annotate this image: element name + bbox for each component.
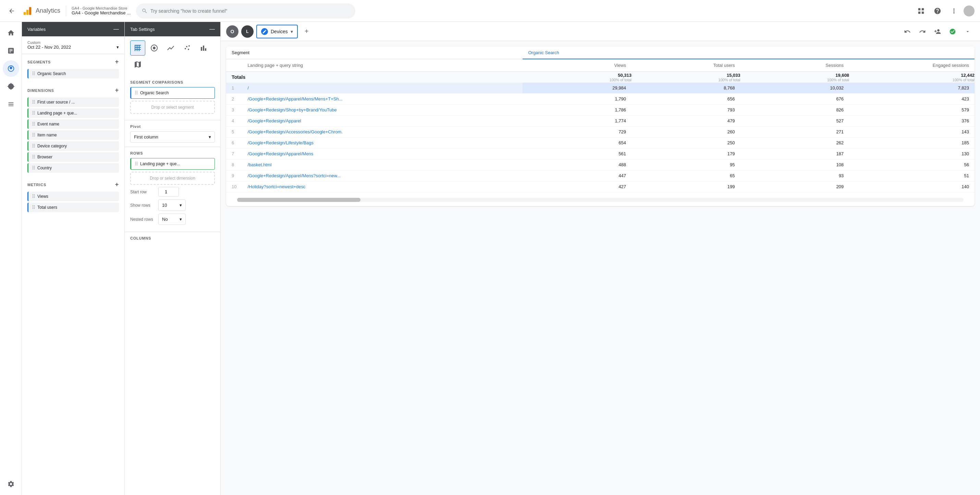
tab-action-buttons [900, 25, 975, 38]
dimension-label: Device category [37, 144, 67, 148]
viz-table[interactable] [130, 40, 145, 56]
nested-rows-dropdown[interactable]: No ▾ [158, 213, 186, 225]
row-metric-value: 561 [523, 148, 632, 159]
dimensions-add-button[interactable]: + [115, 87, 119, 94]
variables-title: Variables [27, 27, 46, 32]
chip-drag-dots: ⠿ [32, 121, 35, 127]
tab-add-button[interactable]: + [301, 25, 313, 38]
tab-l-button[interactable]: L [241, 25, 254, 38]
tab-o-button[interactable]: O [226, 25, 239, 38]
row-dimension-value[interactable]: / [242, 83, 523, 94]
user-avatar[interactable] [964, 5, 975, 16]
metric-total-users[interactable]: ⠿ Total users [27, 202, 119, 212]
svg-rect-2 [29, 7, 31, 14]
nav-settings[interactable] [3, 476, 19, 492]
property-name: GA4 - Google Merchandise ... [72, 10, 130, 16]
row-number: 4 [226, 116, 242, 126]
row-dimension-value[interactable]: /Holiday?sortci=newest+desc [242, 181, 523, 192]
viz-scatter[interactable] [180, 40, 195, 56]
row-dimension-value[interactable]: /Google+Redesign/Apparel/Mens [242, 148, 523, 159]
row-dimension-value[interactable]: /Google+Redesign/Lifestyle/Bags [242, 137, 523, 148]
nav-reports[interactable] [3, 43, 19, 59]
redo-button[interactable] [916, 25, 929, 38]
viz-bar[interactable] [196, 40, 211, 56]
pivot-value: First column [134, 134, 158, 140]
tab-settings-header: Tab Settings — [125, 22, 220, 37]
back-button[interactable] [5, 5, 18, 17]
variables-minimize[interactable]: — [113, 26, 119, 32]
row-dimension-value[interactable]: /Google+Redesign/Apparel/Mens/Mens+T+Sh.… [242, 94, 523, 105]
add-user-button[interactable] [931, 25, 944, 38]
tab-devices[interactable]: Devices ▾ [256, 25, 298, 38]
row-metric-value: 56 [849, 159, 975, 170]
table-row: 1/29,9848,76810,0327,823 [226, 83, 975, 94]
svg-rect-0 [24, 12, 26, 15]
row-metric-value: 51 [849, 170, 975, 181]
nav-advertising[interactable] [3, 78, 19, 95]
undo-button[interactable] [900, 25, 914, 38]
check-button[interactable] [946, 25, 959, 38]
row-metric-value: 262 [740, 137, 850, 148]
date-chevron: ▾ [116, 45, 119, 50]
segment-comparison-chip[interactable]: ⠿ Organic Search [130, 87, 215, 99]
row-metric-value: 423 [849, 94, 975, 105]
sessions-header[interactable]: Sessions [740, 59, 850, 72]
dimension-item-name[interactable]: ⠿ Item name [27, 130, 119, 140]
row-metric-value: 143 [849, 126, 975, 137]
engaged-sessions-header[interactable]: Engaged sessions [849, 59, 975, 72]
date-picker[interactable]: Oct 22 - Nov 20, 2022 ▾ [27, 45, 119, 50]
segments-add-button[interactable]: + [115, 58, 119, 65]
dimension-first-user-source[interactable]: ⠿ First user source / ... [27, 97, 119, 107]
start-row-input[interactable] [158, 187, 179, 197]
grid-button[interactable] [914, 4, 928, 18]
dimension-header: Landing page + query string [242, 59, 523, 72]
show-rows-dropdown[interactable]: 10 ▾ [158, 199, 186, 211]
views-header[interactable]: Views [523, 59, 632, 72]
more-options-button[interactable] [961, 25, 975, 38]
viz-donut[interactable] [146, 40, 162, 56]
segment-chip-organic-search[interactable]: ⠿ Organic Search [27, 69, 119, 78]
metrics-add-button[interactable]: + [115, 181, 119, 188]
dimension-landing-page[interactable]: ⠿ Landing page + que... [27, 108, 119, 118]
row-metric-value: 250 [632, 137, 740, 148]
dimension-device-category[interactable]: ⠿ Device category [27, 141, 119, 151]
nested-rows-field: Nested rows No ▾ [130, 213, 215, 225]
dimension-browser[interactable]: ⠿ Browser [27, 152, 119, 162]
scrollbar-thumb[interactable] [237, 198, 361, 202]
help-button[interactable] [931, 4, 944, 18]
row-dimension-value[interactable]: /Google+Redesign/Apparel [242, 116, 523, 126]
metric-views[interactable]: ⠿ Views [27, 192, 119, 201]
viz-map[interactable] [130, 57, 145, 72]
horizontal-scrollbar[interactable] [237, 198, 964, 202]
row-metric-value: 185 [849, 137, 975, 148]
more-vert-button[interactable] [947, 4, 961, 18]
chip-drag-dots: ⠿ [135, 161, 138, 167]
chip-drag-dots: ⠿ [32, 194, 35, 199]
row-dimension-value[interactable]: /Google+Redesign/Accessories/Google+Chro… [242, 126, 523, 137]
columns-label: COLUMNS [130, 236, 215, 240]
nav-explore[interactable] [3, 60, 19, 77]
row-number: 7 [226, 148, 242, 159]
row-number: 8 [226, 159, 242, 170]
nav-configure[interactable] [3, 96, 19, 113]
row-dimension-value[interactable]: /Google+Redesign/Apparel/Mens?sortci=new… [242, 170, 523, 181]
total-users-header[interactable]: Total users [632, 59, 740, 72]
search-bar[interactable] [136, 3, 355, 19]
pivot-dropdown[interactable]: First column ▾ [130, 131, 215, 143]
dimension-drop-area[interactable]: Drop or select dimension [130, 172, 215, 185]
row-metric-value: 654 [523, 137, 632, 148]
row-metric-value: 10,032 [740, 83, 850, 94]
dimension-event-name[interactable]: ⠿ Event name [27, 119, 119, 129]
row-dimension-value[interactable]: /Google+Redesign/Shop+by+Brand/YouTube [242, 105, 523, 116]
row-metric-value: 7,823 [849, 83, 975, 94]
svg-point-3 [185, 48, 186, 49]
row-dimension-chip[interactable]: ⠿ Landing page + que... [130, 158, 215, 170]
search-input[interactable] [150, 8, 350, 14]
viz-line[interactable] [163, 40, 178, 56]
row-metric-value: 271 [740, 126, 850, 137]
dimension-country[interactable]: ⠿ Country [27, 163, 119, 173]
segment-drop-area[interactable]: Drop or select segment [130, 101, 215, 114]
tab-settings-minimize[interactable]: — [209, 26, 215, 32]
nav-home[interactable] [3, 25, 19, 41]
row-dimension-value[interactable]: /basket.html [242, 159, 523, 170]
